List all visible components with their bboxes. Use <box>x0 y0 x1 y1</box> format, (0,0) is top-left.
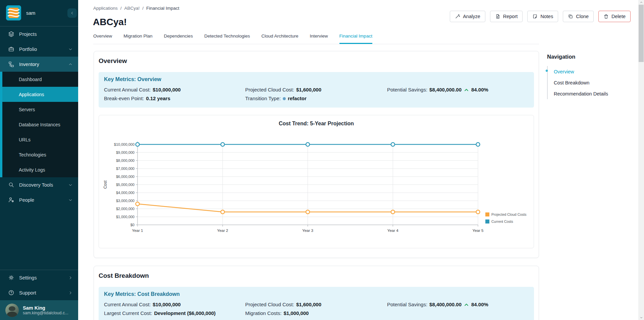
tidal-logo-icon[interactable] <box>6 5 21 20</box>
sidebar-item-urls[interactable]: URLs <box>2 132 78 147</box>
tab-financial-impact[interactable]: Financial Impact <box>339 34 372 44</box>
tab-interview[interactable]: Interview <box>310 34 328 44</box>
tab-detected-technologies[interactable]: Detected Technologies <box>204 34 250 44</box>
question-circle-icon <box>8 290 14 296</box>
breadcrumb-current: Financial Impact <box>146 6 179 11</box>
section-title: Overview <box>99 57 534 65</box>
sidebar-item-label: Discovery Tools <box>19 182 53 188</box>
notes-button[interactable]: Notes <box>527 11 558 22</box>
page-nav-item-cost-breakdown[interactable]: Cost Breakdown <box>548 77 618 88</box>
svg-text:$3,000,000: $3,000,000 <box>116 199 135 203</box>
svg-text:Year 5: Year 5 <box>473 229 484 233</box>
metric-potential-savings: Potential Savings:$8,400,000.00 84.00% <box>387 300 529 309</box>
button-label: Report <box>503 14 518 19</box>
breadcrumb-separator: / <box>120 6 122 11</box>
sidebar-collapse-button[interactable] <box>67 8 77 18</box>
sub-item-label: Activity Logs <box>19 167 45 173</box>
sidebar-item-people[interactable]: People <box>0 192 78 207</box>
clone-button[interactable]: Clone <box>563 11 594 22</box>
metric-current-annual-cost: Current Annual Cost:$10,000,000 <box>104 300 245 309</box>
sidebar-item-activity-logs[interactable]: Activity Logs <box>2 162 78 177</box>
key-metrics-overview: Key Metrics: Overview Current Annual Cos… <box>99 72 534 108</box>
chevron-up-icon <box>68 62 73 67</box>
user-name: Sam King <box>23 305 68 311</box>
tab-overview[interactable]: Overview <box>93 34 112 44</box>
svg-text:Year 1: Year 1 <box>132 229 143 233</box>
sidebar-item-discovery-tools[interactable]: Discovery Tools <box>0 177 78 192</box>
breadcrumb-applications[interactable]: Applications <box>93 6 118 11</box>
metric-transition-type: Transition Type:refactor <box>245 94 387 103</box>
svg-text:Year 4: Year 4 <box>387 229 398 233</box>
user-profile[interactable]: Sam King sam.king@tidalcloud.c... <box>0 300 78 320</box>
search-icon <box>8 182 14 188</box>
sitemap-icon <box>8 61 14 67</box>
sidebar-item-label: People <box>19 197 34 203</box>
scroll-down-arrow[interactable] <box>638 315 644 320</box>
svg-text:$7,000,000: $7,000,000 <box>116 167 135 171</box>
sub-item-label: Dashboard <box>19 77 42 82</box>
tab-migration-plan[interactable]: Migration Plan <box>123 34 152 44</box>
active-marker-icon <box>546 70 548 72</box>
svg-text:Year 2: Year 2 <box>217 229 228 233</box>
sidebar-item-database-instances[interactable]: Database Instances <box>2 117 78 132</box>
key-metrics-title: Key Metrics: Overview <box>104 76 529 82</box>
key-metrics-title: Key Metrics: Cost Breakdown <box>104 291 529 297</box>
section-title: Cost Breakdown <box>99 272 534 279</box>
metric-projected-cloud-cost: Projected Cloud Cost:$1,600,000 <box>245 85 387 94</box>
sidebar-item-servers[interactable]: Servers <box>2 102 78 117</box>
report-button[interactable]: Report <box>490 11 523 22</box>
svg-text:$4,000,000: $4,000,000 <box>116 191 135 195</box>
action-buttons: Analyze Report Notes Clone Delete <box>450 11 631 22</box>
sidebar-item-label: Inventory <box>19 62 39 67</box>
svg-text:Year 3: Year 3 <box>302 229 313 233</box>
scrollbar-thumb[interactable] <box>639 5 644 62</box>
chevron-right-icon <box>68 291 73 295</box>
transition-type-dot <box>283 97 286 100</box>
chevron-left-icon <box>70 11 74 15</box>
svg-text:$6,000,000: $6,000,000 <box>116 175 135 179</box>
page-nav-item-recommendation-details[interactable]: Recommendation Details <box>548 88 618 99</box>
delete-button[interactable]: Delete <box>598 11 631 22</box>
main-content: Applications / ABCya! / Financial Impact… <box>78 0 638 320</box>
sidebar-item-projects[interactable]: Projects <box>0 26 78 42</box>
layers-icon <box>8 31 14 37</box>
breadcrumb-separator: / <box>142 6 144 11</box>
sidebar-item-applications[interactable]: Applications <box>2 87 78 102</box>
sub-item-label: Applications <box>19 92 44 97</box>
sidebar-item-support[interactable]: Support <box>0 285 78 300</box>
inventory-submenu: Dashboard Applications Servers Database … <box>0 72 78 177</box>
svg-text:$8,000,000: $8,000,000 <box>116 158 135 163</box>
svg-text:$10,000,000: $10,000,000 <box>114 142 135 146</box>
scroll-up-arrow[interactable] <box>638 0 644 5</box>
chart-title: Cost Trend: 5-Year Projection <box>99 115 534 127</box>
user-email: sam.king@tidalcloud.c... <box>23 311 68 315</box>
tab-dependencies[interactable]: Dependencies <box>164 34 193 44</box>
metric-migration-costs: Migration Costs:$1,000,000 <box>245 309 387 318</box>
sidebar-item-technologies[interactable]: Technologies <box>2 147 78 162</box>
sidebar-item-inventory[interactable]: Inventory <box>0 57 78 72</box>
chevron-down-icon <box>68 198 73 202</box>
sidebar-item-settings[interactable]: Settings <box>0 270 78 285</box>
tab-bar: Overview Migration Plan Dependencies Det… <box>93 34 539 44</box>
svg-text:Current Costs: Current Costs <box>491 219 513 223</box>
button-label: Notes <box>540 14 553 19</box>
avatar <box>5 304 19 317</box>
sidebar-item-portfolio[interactable]: Portfolio <box>0 42 78 57</box>
analyze-button[interactable]: Analyze <box>450 11 485 22</box>
gear-icon <box>8 274 14 281</box>
workspace-name: sam <box>26 0 35 26</box>
breadcrumb-abcya[interactable]: ABCya! <box>124 6 140 11</box>
vertical-scrollbar <box>638 0 644 320</box>
page-nav-item-overview[interactable]: Overview <box>548 66 618 77</box>
metric-current-annual-cost: Current Annual Cost:$10,000,000 <box>104 85 245 94</box>
svg-text:$0: $0 <box>130 223 135 227</box>
button-label: Analyze <box>463 14 480 19</box>
page-nav-title: Navigation <box>547 54 618 60</box>
page-navigation: Navigation Overview Cost Breakdown Recom… <box>547 54 618 99</box>
note-icon <box>532 14 538 19</box>
sidebar-item-dashboard[interactable]: Dashboard <box>2 72 78 87</box>
tab-cloud-architecture[interactable]: Cloud Architecture <box>261 34 298 44</box>
metric-potential-savings: Potential Savings:$8,400,000.00 84.00% <box>387 85 529 94</box>
sub-item-label: Technologies <box>19 152 46 157</box>
cost-trend-chart-canvas: $0$1,000,000$2,000,000$3,000,000$4,000,0… <box>99 127 533 241</box>
